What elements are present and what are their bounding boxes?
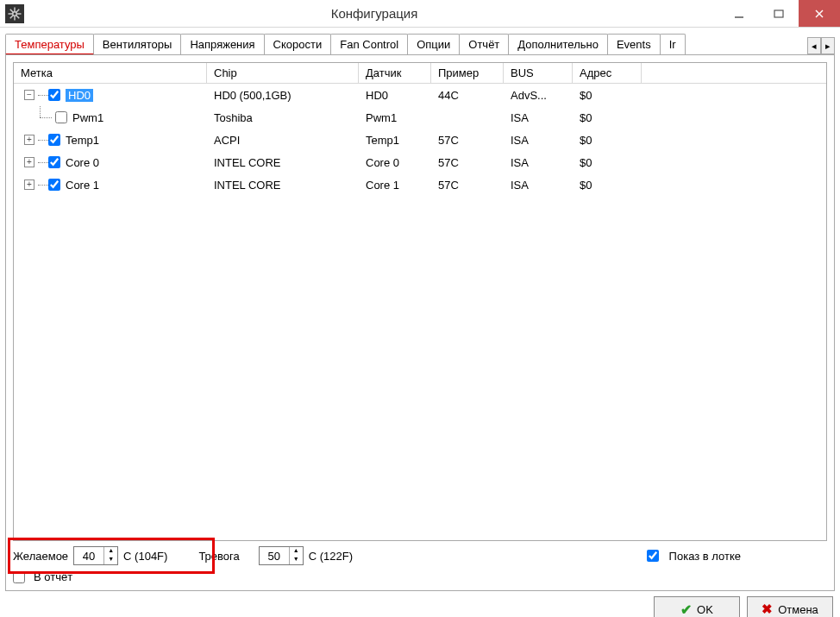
row-checkbox[interactable] — [48, 89, 60, 101]
row-label: Core 1 — [66, 179, 99, 192]
x-icon: ✖ — [762, 601, 773, 617]
row-label: HD0 — [66, 89, 93, 102]
alarm-input[interactable] — [260, 547, 289, 564]
row-checkbox[interactable] — [48, 156, 60, 168]
table-row[interactable]: −HD0HD0 (500,1GB)HD044CAdvS...$0 — [14, 84, 826, 106]
cell-sensor: Pwm1 — [359, 111, 431, 124]
sensor-list[interactable]: Метка Chip Датчик Пример BUS Адрес −HD0H… — [13, 62, 827, 541]
cell-addr: $0 — [573, 89, 642, 102]
check-icon: ✔ — [680, 601, 692, 618]
cell-bus: ISA — [504, 134, 573, 147]
table-row[interactable]: +Core 1INTEL CORECore 157CISA$0 — [14, 173, 826, 196]
alarm-label: Тревога — [198, 550, 239, 563]
tab-7[interactable]: Дополнительно — [508, 34, 608, 54]
tab-1[interactable]: Вентиляторы — [93, 34, 182, 54]
tab-8[interactable]: Events — [607, 34, 661, 54]
desired-input[interactable] — [74, 547, 103, 564]
cell-chip: Toshiba — [207, 111, 359, 124]
row-checkbox[interactable] — [48, 134, 60, 146]
alarm-up[interactable]: ▲ — [290, 547, 303, 556]
tray-checkbox[interactable] — [647, 550, 659, 562]
col-bus[interactable]: BUS — [504, 63, 573, 83]
desired-unit: C (104F) — [123, 550, 167, 563]
expand-toggle[interactable]: − — [24, 90, 34, 100]
tabs-scroll-right[interactable]: ▸ — [821, 37, 835, 54]
ok-button[interactable]: ✔ OK — [654, 596, 740, 617]
cell-addr: $0 — [573, 156, 642, 169]
tab-2[interactable]: Напряжения — [180, 34, 264, 54]
cell-chip: HD0 (500,1GB) — [207, 89, 359, 102]
col-addr[interactable]: Адрес — [573, 63, 642, 83]
row-label: Pwm1 — [72, 111, 103, 124]
report-label[interactable]: В отчёт — [34, 570, 72, 583]
row-label: Temp1 — [66, 134, 99, 147]
tab-0[interactable]: Температуры — [5, 34, 94, 54]
tab-3[interactable]: Скорости — [264, 34, 332, 54]
cell-chip: INTEL CORE — [207, 179, 359, 192]
app-icon — [5, 4, 24, 23]
table-row[interactable]: Pwm1ToshibaPwm1ISA$0 — [14, 106, 826, 129]
col-sensor[interactable]: Датчик — [359, 63, 431, 83]
tab-9[interactable]: Ir — [660, 34, 686, 54]
cell-bus: ISA — [504, 156, 573, 169]
row-checkbox[interactable] — [55, 111, 67, 123]
col-label[interactable]: Метка — [14, 63, 207, 83]
tab-4[interactable]: Fan Control — [330, 34, 408, 54]
expand-toggle[interactable]: + — [24, 135, 34, 145]
cell-addr: $0 — [573, 134, 642, 147]
row-label: Core 0 — [66, 156, 99, 169]
window-title: Конфигурация — [29, 6, 719, 21]
cell-chip: ACPI — [207, 134, 359, 147]
cell-bus: ISA — [504, 179, 573, 192]
cell-sample: 57C — [431, 179, 504, 192]
cell-bus: AdvS... — [504, 89, 573, 102]
tab-6[interactable]: Отчёт — [459, 34, 509, 54]
cell-chip: INTEL CORE — [207, 156, 359, 169]
maximize-button[interactable] — [759, 0, 799, 27]
report-checkbox[interactable] — [13, 571, 25, 583]
desired-up[interactable]: ▲ — [104, 547, 117, 556]
cell-sensor: Temp1 — [359, 134, 431, 147]
expand-toggle[interactable]: + — [24, 179, 34, 190]
tab-5[interactable]: Опции — [407, 34, 460, 54]
cell-sample: 57C — [431, 156, 504, 169]
cell-addr: $0 — [573, 111, 642, 124]
tabs-scroll-left[interactable]: ◂ — [807, 37, 821, 54]
col-chip[interactable]: Chip — [207, 63, 359, 83]
alarm-unit: C (122F) — [309, 550, 353, 563]
cell-sample: 57C — [431, 134, 504, 147]
svg-rect-2 — [774, 10, 783, 17]
ok-label: OK — [697, 603, 713, 616]
cell-sensor: Core 1 — [359, 179, 431, 192]
cell-sensor: Core 0 — [359, 156, 431, 169]
cell-sensor: HD0 — [359, 89, 431, 102]
cancel-button[interactable]: ✖ Отмена — [747, 596, 833, 617]
alarm-down[interactable]: ▼ — [290, 556, 303, 564]
expand-toggle[interactable]: + — [24, 157, 34, 167]
alarm-spinner[interactable]: ▲▼ — [259, 546, 304, 565]
cancel-label: Отмена — [778, 603, 818, 616]
desired-down[interactable]: ▼ — [104, 556, 117, 564]
col-sample[interactable]: Пример — [431, 63, 504, 83]
desired-label: Желаемое — [13, 550, 68, 563]
row-checkbox[interactable] — [48, 179, 60, 191]
cell-addr: $0 — [573, 179, 642, 192]
cell-sample: 44C — [431, 89, 504, 102]
table-row[interactable]: +Temp1ACPITemp157CISA$0 — [14, 129, 826, 151]
desired-spinner[interactable]: ▲▼ — [73, 546, 118, 565]
minimize-button[interactable] — [719, 0, 759, 27]
cell-bus: ISA — [504, 111, 573, 124]
table-row[interactable]: +Core 0INTEL CORECore 057CISA$0 — [14, 151, 826, 173]
tray-label[interactable]: Показ в лотке — [669, 550, 741, 563]
close-button[interactable] — [799, 0, 840, 27]
